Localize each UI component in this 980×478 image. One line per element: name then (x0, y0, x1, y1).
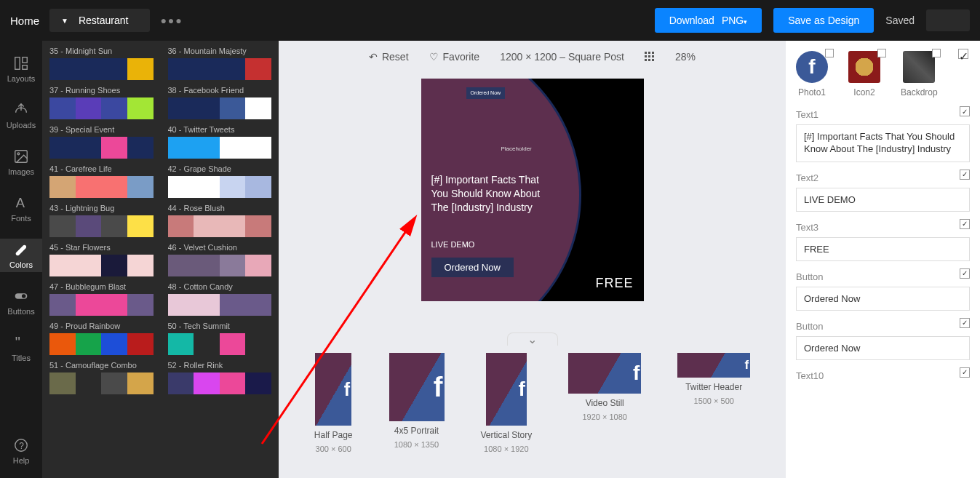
palette-48[interactable]: 48 - Cotton Candy (168, 282, 272, 316)
color-swatch[interactable] (194, 97, 220, 119)
favorite-button[interactable]: ♡Favorite (429, 51, 480, 63)
color-swatch[interactable] (101, 373, 127, 394)
color-swatch[interactable] (127, 373, 154, 394)
palette-42[interactable]: 42 - Grape Shade (168, 164, 272, 198)
color-swatch[interactable] (127, 137, 154, 159)
color-swatch[interactable] (245, 137, 271, 159)
checkbox[interactable] (877, 49, 886, 57)
field-checkbox[interactable]: ✓ (960, 367, 970, 378)
more-menu-icon[interactable]: ●●● (160, 15, 183, 26)
checkbox[interactable] (932, 49, 941, 57)
color-swatch[interactable] (127, 294, 154, 316)
rail-help[interactable]: ? Help (0, 434, 42, 468)
color-swatch[interactable] (76, 58, 102, 80)
color-swatch[interactable] (168, 333, 194, 355)
palette-47[interactable]: 47 - Bubblegum Blast (49, 282, 154, 316)
grid-toggle-icon[interactable] (645, 52, 655, 62)
field-checkbox[interactable]: ✓ (960, 318, 970, 328)
color-swatch[interactable] (245, 373, 271, 394)
color-swatch[interactable] (245, 176, 271, 198)
palette-36[interactable]: 36 - Mountain Majesty (168, 47, 272, 80)
color-swatch[interactable] (168, 176, 194, 198)
color-swatch[interactable] (101, 176, 127, 198)
color-swatch[interactable] (127, 333, 154, 355)
color-swatch[interactable] (76, 97, 102, 119)
color-swatch[interactable] (76, 137, 102, 159)
color-swatch[interactable] (194, 373, 220, 394)
color-swatch[interactable] (194, 294, 220, 316)
field-input[interactable]: [#] Important Facts That You Should Know… (796, 124, 970, 162)
color-swatch[interactable] (101, 255, 127, 276)
palette-43[interactable]: 43 - Lightning Bug (49, 204, 154, 237)
color-swatch[interactable] (49, 58, 76, 80)
color-swatch[interactable] (168, 215, 194, 237)
zoom-level[interactable]: 28% (675, 51, 696, 63)
palette-40[interactable]: 40 - Twitter Tweets (168, 125, 272, 159)
collapse-handle[interactable]: ⌄ (507, 332, 558, 346)
palette-35[interactable]: 35 - Midnight Sun (49, 47, 154, 80)
rail-images[interactable]: Images (0, 146, 42, 179)
palette-39[interactable]: 39 - Special Event (49, 125, 154, 159)
palette-38[interactable]: 38 - Facebook Friend (168, 86, 272, 119)
palette-41[interactable]: 41 - Carefree Life (49, 164, 154, 198)
color-swatch[interactable] (49, 255, 76, 276)
format-twitter-header[interactable]: fTwitter Header1500 × 500 (677, 353, 750, 405)
color-swatch[interactable] (127, 215, 154, 237)
format-video-still[interactable]: fVideo Still1920 × 1080 (568, 353, 641, 421)
field-input[interactable] (796, 336, 970, 360)
checkbox[interactable]: ✓ (958, 49, 968, 59)
color-swatch[interactable] (76, 294, 102, 316)
palette-37[interactable]: 37 - Running Shoes (49, 86, 154, 119)
rail-colors[interactable]: Colors (0, 239, 42, 272)
rail-fonts[interactable]: A Fonts (0, 192, 42, 226)
reset-button[interactable]: ↶Reset (369, 51, 409, 63)
color-swatch[interactable] (194, 255, 220, 276)
color-swatch[interactable] (49, 333, 76, 355)
color-swatch[interactable] (168, 137, 194, 159)
color-swatch[interactable] (194, 176, 220, 198)
color-swatch[interactable] (245, 255, 271, 276)
color-swatch[interactable] (245, 294, 271, 316)
color-swatch[interactable] (49, 294, 76, 316)
color-swatch[interactable] (101, 215, 127, 237)
palette-51[interactable]: 51 - Camouflage Combo (49, 361, 154, 394)
palette-52[interactable]: 52 - Roller Rink (168, 361, 272, 394)
color-swatch[interactable] (76, 215, 102, 237)
palette-50[interactable]: 50 - Tech Summit (168, 322, 272, 355)
rail-uploads[interactable]: Uploads (0, 99, 42, 132)
color-swatch[interactable] (101, 294, 127, 316)
color-swatch[interactable] (245, 215, 271, 237)
palette-44[interactable]: 44 - Rose Blush (168, 204, 272, 237)
color-swatch[interactable] (49, 373, 76, 394)
color-swatch[interactable] (168, 294, 194, 316)
field-checkbox[interactable]: ✓ (960, 219, 970, 229)
color-swatch[interactable] (194, 137, 220, 159)
color-swatch[interactable] (245, 58, 271, 80)
format-vertical-story[interactable]: fVertical Story1080 × 1920 (481, 353, 533, 453)
color-swatch[interactable] (168, 373, 194, 394)
rail-titles[interactable]: " Titles (0, 332, 42, 365)
color-swatch[interactable] (194, 333, 220, 355)
media-backdrop[interactable]: Backdrop (901, 51, 938, 97)
palette-45[interactable]: 45 - Star Flowers (49, 243, 154, 276)
color-swatch[interactable] (220, 97, 246, 119)
home-link[interactable]: Home (10, 15, 39, 27)
field-input[interactable] (796, 237, 970, 261)
rail-layouts[interactable]: Layouts (0, 52, 42, 86)
format-4x5-portrait[interactable]: f4x5 Portrait1080 × 1350 (389, 353, 445, 449)
color-swatch[interactable] (127, 58, 154, 80)
field-checkbox[interactable]: ✓ (960, 268, 970, 279)
color-swatch[interactable] (127, 176, 154, 198)
color-swatch[interactable] (245, 333, 271, 355)
download-button[interactable]: Download PNG▾ (655, 8, 762, 33)
color-swatch[interactable] (49, 97, 76, 119)
color-swatch[interactable] (245, 97, 271, 119)
media-icon2[interactable]: Icon2 (848, 51, 880, 97)
color-swatch[interactable] (101, 97, 127, 119)
color-swatch[interactable] (220, 255, 246, 276)
template-dropdown[interactable]: ▼ Restaurant (49, 9, 150, 32)
field-input[interactable] (796, 188, 970, 212)
color-swatch[interactable] (49, 137, 76, 159)
color-swatch[interactable] (220, 58, 246, 80)
color-swatch[interactable] (49, 176, 76, 198)
